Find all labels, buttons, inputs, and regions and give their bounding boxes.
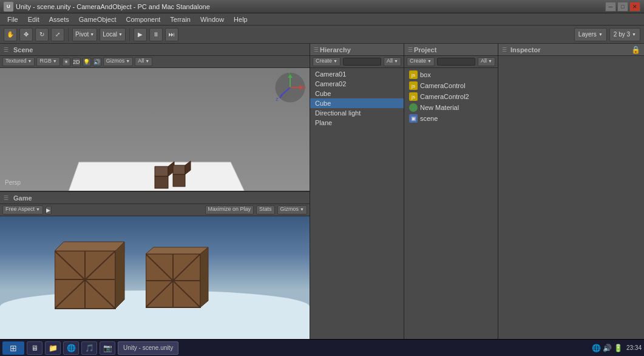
local-button[interactable]: Local (100, 28, 126, 41)
colorspace-dropdown[interactable]: RGB (36, 57, 59, 66)
svg-marker-2 (155, 166, 168, 176)
scene-toolbar: Textured RGB ☀ 2D 💡 🔊 Gizmos All (0, 56, 310, 68)
toolbar-separator-1 (68, 28, 69, 41)
menu-file[interactable]: File (2, 15, 23, 24)
project-item-cameracontrol2[interactable]: js CameraControl2 (404, 91, 498, 102)
step-button[interactable]: ⏭ (165, 28, 178, 41)
minimize-button[interactable]: ─ (605, 2, 616, 12)
hierarchy-create-btn[interactable]: Create (313, 57, 341, 66)
hierarchy-list: Camera01 Camera02 Cube Cube Directional … (310, 68, 404, 339)
hierarchy-item-directional-light[interactable]: Directional light (310, 108, 404, 118)
inspector-content (498, 56, 644, 339)
game-gizmos-dropdown[interactable]: Gizmos (277, 205, 307, 214)
svg-marker-25 (146, 247, 208, 254)
scene-file-icon: ▣ (409, 114, 418, 123)
pause-button[interactable]: ⏸ (149, 28, 163, 41)
hierarchy-item-camera01[interactable]: Camera01 (310, 69, 404, 79)
play-button[interactable]: ▶ (134, 28, 147, 41)
game-3d-view[interactable] (0, 216, 310, 339)
start-button[interactable]: ⊞ (2, 341, 24, 355)
project-item-scene[interactable]: ▣ scene (404, 113, 498, 124)
project-item-box[interactable]: js box (404, 69, 498, 80)
layers-dropdown[interactable]: Layers (574, 28, 607, 41)
cameracontrol2-icon: js (409, 92, 418, 101)
hierarchy-toolbar: Create All (310, 56, 404, 68)
taskbar: ⊞ 🖥 📁 🌐 🎵 📷 Unity - scene.unity 🌐 🔊 🔋 23… (0, 339, 644, 356)
project-item-scene-label: scene (420, 115, 438, 122)
inspector-panel: ☰ Inspector 🔒 (498, 44, 644, 339)
menu-bar: File Edit Assets GameObject Component Te… (0, 13, 644, 26)
rotate-tool-button[interactable]: ↻ (35, 28, 49, 41)
scene-drag-handle: ☰ (4, 47, 8, 53)
scene-2d-btn[interactable]: 2D (72, 58, 81, 66)
taskbar-btn-explorer[interactable]: 📁 (45, 341, 61, 355)
taskbar-btn-monitor[interactable]: 🖥 (27, 341, 42, 355)
game-panel-title: Game (13, 194, 32, 202)
taskbar-btn-photo[interactable]: 📷 (100, 341, 115, 355)
hierarchy-all-btn[interactable]: All (384, 57, 401, 66)
move-tool-button[interactable]: ✥ (19, 28, 33, 41)
svg-rect-4 (173, 174, 185, 187)
project-item-newmaterial[interactable]: New Material (404, 102, 498, 113)
hierarchy-search[interactable] (343, 58, 381, 66)
svg-marker-5 (173, 165, 185, 174)
aspect-dropdown[interactable]: Free Aspect (2, 205, 43, 214)
inspector-lock-icon[interactable]: 🔒 (631, 46, 640, 54)
hierarchy-header: ☰ Hierarchy (310, 44, 404, 56)
maximize-on-play-btn[interactable]: Maximize on Play (205, 205, 254, 214)
menu-terrain[interactable]: Terrain (165, 15, 195, 24)
scene-light-btn[interactable]: 💡 (83, 58, 91, 66)
scene-panel-header: ☰ Scene (0, 44, 310, 56)
scene-audio-btn[interactable]: 🔊 (93, 58, 101, 66)
scene-svg (0, 68, 310, 191)
aspect-arrow[interactable]: ▶ (46, 206, 52, 214)
scene-fx-btn[interactable]: ☀ (62, 58, 70, 66)
inspector-header: ☰ Inspector 🔒 (498, 44, 644, 56)
close-button[interactable]: ✕ (629, 2, 640, 12)
axis-gizmo: Y X Z (274, 72, 306, 104)
hierarchy-item-plane[interactable]: Plane (310, 118, 404, 128)
project-item-cameracontrol-label: CameraControl (420, 82, 466, 89)
project-item-cameracontrol[interactable]: js CameraControl (404, 80, 498, 91)
game-crate-right-svg (146, 245, 212, 312)
project-all-btn[interactable]: All (478, 57, 495, 66)
pivot-button[interactable]: Pivot (72, 28, 97, 41)
scene-panel-title: Scene (13, 46, 33, 53)
menu-gameobject[interactable]: GameObject (74, 15, 121, 24)
cameracontrol-icon: js (409, 81, 418, 90)
project-panel: ☰ Project Create All js box js CameraCon… (404, 44, 498, 339)
project-search[interactable] (437, 58, 475, 66)
svg-text:Z: Z (276, 97, 279, 102)
menu-component[interactable]: Component (121, 15, 165, 24)
hand-tool-button[interactable]: ✋ (4, 28, 17, 41)
svg-text:X: X (303, 85, 306, 91)
toolbar-separator-2 (129, 28, 130, 41)
stats-btn[interactable]: Stats (256, 205, 275, 214)
gizmos-dropdown[interactable]: Gizmos (103, 57, 133, 66)
hierarchy-drag-handle: ☰ (314, 47, 319, 53)
box-icon: js (409, 70, 418, 79)
scene-all-dropdown[interactable]: All (135, 57, 152, 66)
project-toolbar: Create All (404, 56, 498, 68)
hierarchy-item-cube2[interactable]: Cube (310, 98, 404, 108)
inspector-title: Inspector (510, 46, 541, 53)
maximize-button[interactable]: □ (617, 2, 628, 12)
scale-tool-button[interactable]: ⤢ (51, 28, 64, 41)
taskbar-btn-media[interactable]: 🎵 (81, 341, 97, 355)
taskbar-unity-app[interactable]: Unity - scene.unity (118, 341, 178, 355)
hierarchy-item-camera02[interactable]: Camera02 (310, 79, 404, 89)
window-controls: ─ □ ✕ (605, 2, 640, 12)
hierarchy-item-cube1[interactable]: Cube (310, 89, 404, 98)
menu-assets[interactable]: Assets (44, 15, 74, 24)
menu-window[interactable]: Window (195, 15, 229, 24)
shading-dropdown[interactable]: Textured (2, 57, 35, 66)
menu-edit[interactable]: Edit (23, 15, 44, 24)
scene-3d-view[interactable]: Y X Z Persp (0, 68, 310, 191)
taskbar-btn-browser[interactable]: 🌐 (63, 341, 79, 355)
menu-help[interactable]: Help (229, 15, 253, 24)
game-crate-left-svg (55, 239, 127, 312)
layout-dropdown[interactable]: 2 by 3 (609, 28, 640, 41)
project-item-cameracontrol2-label: CameraControl2 (420, 93, 469, 100)
project-create-btn[interactable]: Create (407, 57, 435, 66)
scene-panel: ☰ Scene Textured RGB ☀ 2D 💡 🔊 Gizmos All (0, 44, 310, 191)
